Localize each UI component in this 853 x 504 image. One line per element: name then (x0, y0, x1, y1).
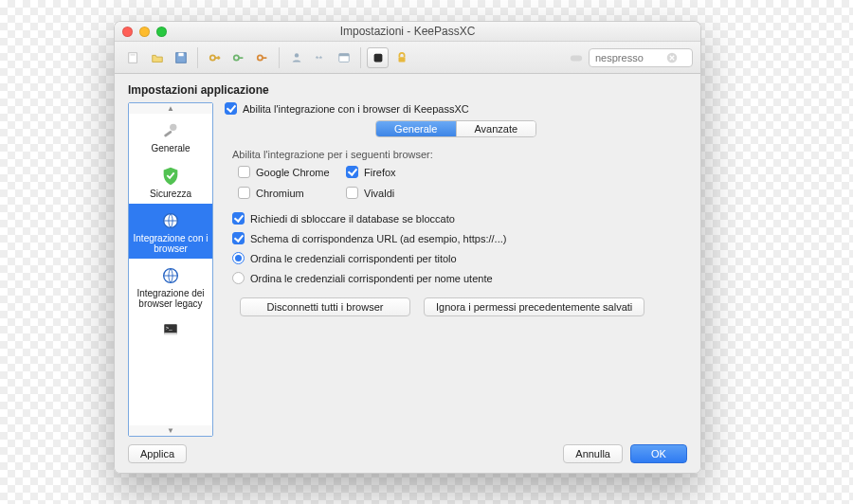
svg-point-7 (294, 53, 298, 57)
zoom-window-button[interactable] (156, 27, 167, 37)
opt-sort-title-label: Ordina le credenziali corrispondenti per… (250, 253, 457, 264)
key-delete-icon[interactable] (251, 47, 273, 68)
sidebar-item-terminal[interactable]: >_ (129, 314, 212, 346)
settings-icon[interactable] (367, 47, 389, 68)
settings-window: Impostazioni - KeePassXC ** (114, 21, 701, 474)
opt-unlock-checkbox[interactable] (232, 212, 245, 225)
browser-firefox-label: Firefox (364, 167, 396, 178)
settings-sidebar: ▲ Generale Sicurezza (128, 102, 213, 437)
new-database-icon[interactable] (122, 47, 144, 68)
titlebar: Impostazioni - KeePassXC (115, 22, 700, 42)
sidebar-item-generale[interactable]: Generale (129, 114, 212, 159)
gamepad-icon (565, 47, 587, 68)
ok-button[interactable]: OK (630, 444, 687, 463)
close-window-button[interactable] (122, 27, 133, 37)
apply-button[interactable]: Applica (128, 444, 187, 463)
sidebar-item-browser-integration[interactable]: Integrazione con i browser (129, 204, 212, 259)
lock-icon[interactable] (390, 47, 412, 68)
browser-chromium-label: Chromium (256, 188, 304, 199)
opt-sort-title-radio[interactable] (232, 252, 245, 264)
svg-rect-12 (398, 57, 405, 62)
sidebar-item-label: Generale (151, 144, 190, 154)
svg-rect-3 (178, 52, 183, 56)
svg-rect-16 (164, 130, 172, 137)
toolbar: ** (115, 42, 700, 74)
enable-browser-integration-label: Abilita l'integrazione con i browser di … (243, 103, 469, 115)
sidebar-item-label: Sicurezza (150, 189, 191, 200)
save-database-icon[interactable] (170, 47, 191, 68)
enable-browser-integration-checkbox[interactable] (225, 102, 237, 115)
browsers-group-label: Abilita l'integrazione per i seguenti br… (232, 149, 681, 160)
disconnect-all-button[interactable]: Disconnetti tutti i browser (240, 297, 410, 316)
search-input[interactable] (595, 52, 662, 63)
svg-rect-11 (373, 53, 382, 62)
opt-sort-user-label: Ordina le credenziali corrispondenti per… (250, 273, 493, 284)
svg-text:**: ** (315, 52, 322, 63)
section-title: Impostazioni applicazione (128, 83, 687, 97)
copy-password-icon[interactable]: ** (309, 47, 331, 68)
wrench-gear-icon (160, 120, 181, 141)
opt-scheme-checkbox[interactable] (232, 232, 245, 244)
copy-url-icon[interactable] (333, 47, 354, 68)
key-edit-icon[interactable] (227, 47, 249, 68)
svg-point-4 (209, 55, 214, 60)
settings-panel: Abilita l'integrazione con i browser di … (225, 102, 687, 437)
svg-point-15 (170, 124, 176, 131)
globe-icon (160, 210, 181, 231)
browser-chromium-checkbox[interactable] (238, 187, 250, 199)
sidebar-scroll-up-icon[interactable]: ▲ (129, 103, 212, 114)
sidebar-item-sicurezza[interactable]: Sicurezza (129, 159, 212, 205)
browser-chrome-checkbox[interactable] (238, 166, 250, 178)
svg-rect-10 (338, 53, 349, 56)
globe-legacy-icon (160, 265, 181, 286)
svg-rect-0 (128, 52, 136, 63)
cancel-button[interactable]: Annulla (563, 444, 623, 463)
svg-rect-13 (570, 55, 581, 61)
forget-permissions-button[interactable]: Ignora i permessi precedentemente salvat… (424, 297, 644, 316)
svg-point-6 (257, 55, 262, 60)
svg-rect-22 (164, 333, 177, 334)
browser-chrome-label: Google Chrome (256, 167, 330, 178)
dialog-footer: Applica Annulla OK (128, 437, 687, 463)
tab-avanzate[interactable]: Avanzate (456, 121, 536, 136)
opt-sort-user-radio[interactable] (232, 272, 245, 284)
sidebar-item-label: Integrazione con i browser (131, 234, 210, 254)
opt-unlock-label: Richiedi di sbloccare il database se blo… (250, 213, 455, 225)
sidebar-scroll-down-icon[interactable]: ▼ (129, 425, 212, 436)
browser-vivaldi-label: Vivaldi (364, 188, 394, 199)
tab-segmented: Generale Avanzate (375, 120, 536, 137)
toolbar-search[interactable] (589, 48, 693, 67)
svg-point-5 (233, 55, 238, 60)
clear-search-icon[interactable] (665, 51, 679, 64)
sidebar-item-label: Integrazione dei browser legacy (131, 289, 210, 309)
minimize-window-button[interactable] (139, 27, 150, 37)
open-database-icon[interactable] (146, 47, 168, 68)
tab-generale[interactable]: Generale (376, 121, 456, 136)
opt-scheme-label: Schema di corrispondenza URL (ad esempio… (250, 233, 506, 244)
body: Impostazioni applicazione ▲ Generale (115, 74, 700, 473)
window-title: Impostazioni - KeePassXC (115, 25, 700, 38)
svg-text:>_: >_ (166, 325, 173, 331)
copy-user-icon[interactable] (285, 47, 307, 68)
terminal-icon: >_ (160, 320, 181, 341)
key-add-icon[interactable] (204, 47, 226, 68)
svg-rect-1 (130, 54, 135, 55)
browser-vivaldi-checkbox[interactable] (346, 187, 358, 199)
browser-firefox-checkbox[interactable] (346, 166, 358, 178)
sidebar-item-legacy-browser[interactable]: Integrazione dei browser legacy (129, 259, 212, 314)
shield-icon (160, 166, 181, 187)
